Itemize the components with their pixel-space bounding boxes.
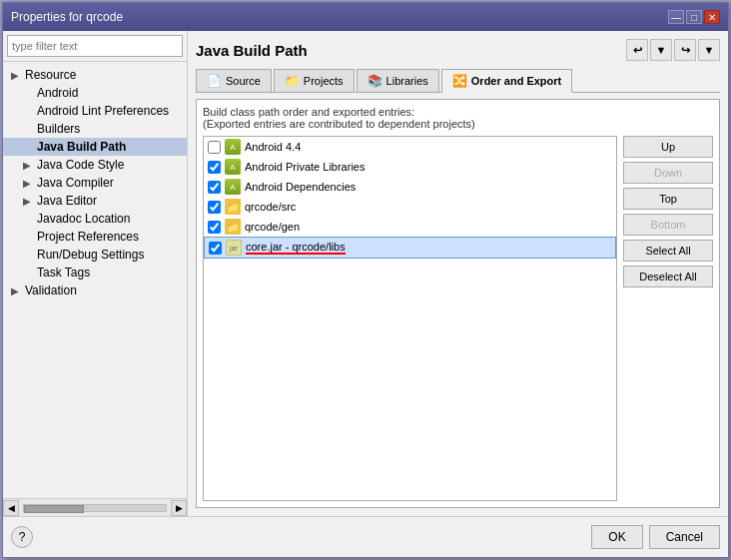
ok-button[interactable]: OK [591, 525, 642, 549]
main-heading: Java Build Path [196, 42, 308, 59]
main-heading-area: Java Build Path ↩ ▼ ↪ ▼ [196, 39, 720, 61]
checkbox-android-deps[interactable] [208, 181, 221, 194]
maximize-button[interactable]: □ [686, 10, 702, 24]
tab-projects-label: Projects [304, 75, 344, 87]
sidebar-item-label: Java Editor [37, 194, 97, 208]
dialog-body: ▶ Resource Android Android Lint Preferen… [3, 31, 728, 516]
jar-icon: jar [226, 240, 242, 256]
sidebar-item-java-build-path[interactable]: Java Build Path [3, 138, 187, 156]
list-item-android-private[interactable]: A Android Private Libraries [204, 157, 616, 177]
projects-tab-icon: 📁 [285, 74, 300, 88]
sidebar-item-builders[interactable]: Builders [3, 120, 187, 138]
android-icon: A [225, 139, 241, 155]
item-label: qrcode/src [245, 201, 296, 213]
sidebar-item-project-references[interactable]: Project References [3, 228, 187, 246]
sidebar-item-validation[interactable]: ▶ Validation [3, 281, 187, 299]
list-item-qrcode-gen[interactable]: 📁 qrcode/gen [204, 217, 616, 237]
main-panel: Java Build Path ↩ ▼ ↪ ▼ 📄 Source 📁 Proje… [188, 31, 728, 516]
down-button[interactable]: Down [623, 162, 713, 184]
folder-icon: 📁 [225, 219, 241, 235]
description-line1: Build class path order and exported entr… [203, 106, 713, 118]
arrow-icon: ▶ [23, 196, 33, 207]
item-label: core.jar - qrcode/libs [246, 241, 346, 255]
list-item-qrcode-src[interactable]: 📁 qrcode/src [204, 197, 616, 217]
tab-libraries[interactable]: 📚 Libraries [357, 69, 439, 92]
sidebar-item-label: Java Code Style [37, 158, 124, 172]
sidebar-item-java-editor[interactable]: ▶ Java Editor [3, 192, 187, 210]
sidebar: ▶ Resource Android Android Lint Preferen… [3, 31, 188, 516]
title-bar-buttons: — □ ✕ [668, 10, 720, 24]
dropdown-icon-button[interactable]: ▼ [650, 39, 672, 61]
checkbox-android44[interactable] [208, 141, 221, 154]
filter-input[interactable] [7, 35, 183, 57]
scroll-right-button[interactable]: ▶ [171, 500, 187, 516]
android-icon: A [225, 179, 241, 195]
item-list: A Android 4.4 A Android Private Librarie… [203, 136, 617, 501]
dialog-title: Properties for qrcode [11, 10, 123, 24]
bottom-button[interactable]: Bottom [623, 214, 713, 236]
sidebar-item-java-code-style[interactable]: ▶ Java Code Style [3, 156, 187, 174]
tab-libraries-label: Libraries [386, 75, 428, 87]
checkbox-core-jar[interactable] [209, 242, 222, 255]
source-tab-icon: 📄 [207, 74, 222, 88]
list-item-core-jar[interactable]: jar core.jar - qrcode/libs [204, 237, 616, 259]
minimize-button[interactable]: — [668, 10, 684, 24]
up-button[interactable]: Up [623, 136, 713, 158]
side-buttons: Up Down Top Bottom Select All Deselect A… [623, 136, 713, 501]
content-area: Build class path order and exported entr… [196, 99, 720, 508]
tabs-bar: 📄 Source 📁 Projects 📚 Libraries 🔀 Order … [196, 69, 720, 93]
sidebar-item-resource[interactable]: ▶ Resource [3, 66, 187, 84]
item-label: Android Private Libraries [245, 161, 365, 173]
tab-source[interactable]: 📄 Source [196, 69, 272, 92]
order-export-tab-icon: 🔀 [452, 74, 467, 88]
sidebar-item-label: Android [37, 86, 78, 100]
help-button[interactable]: ? [11, 526, 33, 548]
arrow-icon: ▶ [23, 160, 33, 171]
arrow-icon: ▶ [23, 178, 33, 189]
sidebar-item-label: Java Compiler [37, 176, 114, 190]
sidebar-item-java-compiler[interactable]: ▶ Java Compiler [3, 174, 187, 192]
sidebar-item-label: Run/Debug Settings [37, 248, 144, 262]
close-button[interactable]: ✕ [704, 10, 720, 24]
sidebar-item-label: Builders [37, 122, 80, 136]
content-main: A Android 4.4 A Android Private Librarie… [203, 136, 713, 501]
header-icons: ↩ ▼ ↪ ▼ [626, 39, 720, 61]
sidebar-item-run-debug-settings[interactable]: Run/Debug Settings [3, 246, 187, 264]
top-button[interactable]: Top [623, 188, 713, 210]
sidebar-item-label: Validation [25, 283, 77, 297]
filter-box [3, 31, 187, 62]
arrow-icon: ▶ [11, 285, 21, 296]
scroll-left-button[interactable]: ◀ [3, 500, 19, 516]
checkbox-qrcode-src[interactable] [208, 201, 221, 214]
tab-order-export-label: Order and Export [471, 75, 561, 87]
sidebar-item-label: Java Build Path [37, 140, 126, 154]
checkbox-qrcode-gen[interactable] [208, 221, 221, 234]
item-label: Android Dependencies [245, 181, 356, 193]
checkbox-android-private[interactable] [208, 161, 221, 174]
back-icon-button[interactable]: ↩ [626, 39, 648, 61]
scroll-track [23, 504, 167, 512]
description-line2: (Exported entries are contributed to dep… [203, 118, 713, 130]
cancel-button[interactable]: Cancel [649, 525, 720, 549]
tab-order-export[interactable]: 🔀 Order and Export [441, 69, 572, 93]
more-icon-button[interactable]: ▼ [698, 39, 720, 61]
title-bar: Properties for qrcode — □ ✕ [3, 3, 728, 31]
item-label: qrcode/gen [245, 221, 300, 233]
scroll-thumb[interactable] [24, 505, 84, 513]
sidebar-item-task-tags[interactable]: Task Tags [3, 264, 187, 281]
sidebar-item-javadoc-location[interactable]: Javadoc Location [3, 210, 187, 228]
tab-projects[interactable]: 📁 Projects [274, 69, 355, 92]
sidebar-item-label: Project References [37, 230, 139, 244]
sidebar-item-android-lint[interactable]: Android Lint Preferences [3, 102, 187, 120]
sidebar-item-label: Task Tags [37, 266, 90, 280]
libraries-tab-icon: 📚 [367, 74, 382, 88]
select-all-button[interactable]: Select All [623, 240, 713, 262]
tree-area: ▶ Resource Android Android Lint Preferen… [3, 62, 187, 498]
list-item-android-deps[interactable]: A Android Dependencies [204, 177, 616, 197]
forward-icon-button[interactable]: ↪ [674, 39, 696, 61]
deselect-all-button[interactable]: Deselect All [623, 266, 713, 287]
sidebar-item-android[interactable]: Android [3, 84, 187, 102]
properties-dialog: Properties for qrcode — □ ✕ ▶ Resource [2, 2, 729, 558]
sidebar-scrollbar: ◀ ▶ [3, 498, 187, 516]
list-item-android44[interactable]: A Android 4.4 [204, 137, 616, 157]
